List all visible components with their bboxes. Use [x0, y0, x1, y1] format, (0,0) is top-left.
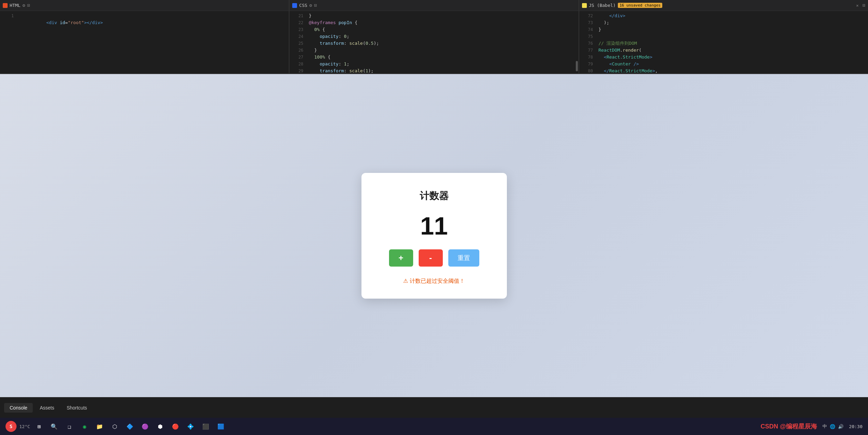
app8-icon[interactable]: 🟦: [215, 420, 227, 433]
js-tab-bar: JS (Babel) 16 unsaved changes ✕ ⊡: [579, 0, 868, 11]
ime-icon[interactable]: 中: [823, 423, 827, 429]
code-line: 29 transform: scale(1);: [289, 68, 578, 73]
code-line: 22 @keyframes popIn {: [289, 19, 578, 26]
taskbar-time-display: 20:30: [849, 424, 862, 429]
counter-value: 11: [420, 214, 448, 238]
editor-area: HTML ⚙ ⊡ 1 <div id="root"></div> CSS ⚙ ⊡…: [0, 0, 868, 74]
search-taskbar-icon[interactable]: 🔍: [48, 420, 60, 433]
css-tab-icon: [292, 3, 297, 8]
taskbar-time: 20:30: [849, 424, 862, 429]
css-editor-content: 21 } 22 @keyframes popIn { 23 0% { 24 op…: [289, 11, 578, 73]
taskbar-right: CSDN @编程星辰海 中 🌐 🔊 20:30: [760, 422, 862, 431]
css-tab-bar: CSS ⚙ ⊡: [289, 0, 578, 11]
counter-title: 计数器: [420, 189, 449, 203]
increment-button[interactable]: +: [389, 249, 413, 267]
html-tab-label: HTML: [10, 3, 20, 8]
wifi-icon[interactable]: 🌐: [830, 424, 835, 429]
css-tab-label: CSS: [299, 3, 307, 8]
taskbar-sys-icons: 中 🌐 🔊: [823, 423, 844, 429]
js-pane: JS (Babel) 16 unsaved changes ✕ ⊡ 72 </d…: [579, 0, 868, 73]
folder-icon[interactable]: 📁: [93, 420, 106, 433]
app4-icon[interactable]: ⬢: [154, 420, 166, 433]
app1-icon[interactable]: ⬡: [109, 420, 121, 433]
css-gear-icon[interactable]: ⚙: [309, 3, 312, 8]
html-tab-bar: HTML ⚙ ⊡: [0, 0, 289, 11]
js-close-button[interactable]: ✕: [854, 2, 860, 9]
code-line: 1 <div id="root"></div>: [0, 12, 289, 33]
edge-icon[interactable]: ◉: [78, 420, 91, 433]
taskbar-brand: CSDN @编程星辰海: [760, 422, 817, 431]
decrement-button[interactable]: -: [419, 249, 443, 267]
code-line: 21 }: [289, 12, 578, 19]
app6-icon[interactable]: 💠: [184, 420, 197, 433]
counter-warning: ⚠ 计数已超过安全阈值！: [403, 278, 464, 285]
code-line: 75: [579, 33, 868, 40]
taskbar-weather: 12°C: [19, 424, 30, 429]
code-line: 26 }: [289, 47, 578, 54]
js-tab-icon: [582, 3, 587, 8]
js-editor-content: 72 </div> 73 ); 74 } 75 76 // 渲染组件到DOM 7…: [579, 11, 868, 73]
preview-area: 计数器 11 + - 重置 ⚠ 计数已超过安全阈值！: [0, 74, 868, 397]
code-line: 23 0% {: [289, 26, 578, 33]
js-tab-label: JS (Babel): [589, 3, 616, 8]
code-line: 73 );: [579, 19, 868, 26]
scrollbar-indicator[interactable]: [576, 61, 578, 71]
app2-icon[interactable]: 🔷: [124, 420, 136, 433]
html-tab-icon: [3, 3, 8, 8]
code-line: 76 // 渲染组件到DOM: [579, 40, 868, 47]
app3-icon[interactable]: 🟣: [139, 420, 151, 433]
sound-icon[interactable]: 🔊: [838, 424, 844, 429]
shortcuts-tab[interactable]: Shortcuts: [61, 403, 92, 413]
code-line: 72 </div>: [579, 12, 868, 19]
reset-button[interactable]: 重置: [448, 249, 479, 267]
code-line: 79 <Counter />: [579, 61, 868, 68]
html-split-icon[interactable]: ⊡: [27, 3, 30, 8]
start-button[interactable]: ⊞: [33, 420, 45, 433]
html-pane: HTML ⚙ ⊡ 1 <div id="root"></div>: [0, 0, 289, 73]
taskbar-avatar[interactable]: S: [6, 421, 17, 432]
code-line: 27 100% {: [289, 54, 578, 61]
code-line: 78 <React.StrictMode>: [579, 54, 868, 61]
taskview-icon[interactable]: ❑: [63, 420, 75, 433]
code-line: 77 ReactDOM.render(: [579, 47, 868, 54]
css-pane: CSS ⚙ ⊡ 21 } 22 @keyframes popIn { 23 0%…: [289, 0, 579, 73]
code-line: 25 transform: scale(0.5);: [289, 40, 578, 47]
assets-tab[interactable]: Assets: [34, 403, 60, 413]
app5-icon[interactable]: 🔴: [169, 420, 182, 433]
console-tab[interactable]: Console: [4, 403, 33, 413]
js-split-icon[interactable]: ⊡: [862, 3, 865, 8]
bottom-panel: Console Assets Shortcuts: [0, 397, 868, 418]
counter-card: 计数器 11 + - 重置 ⚠ 计数已超过安全阈值！: [361, 173, 507, 299]
code-line: 74 }: [579, 26, 868, 33]
app7-icon[interactable]: ⬛: [200, 420, 212, 433]
counter-buttons: + - 重置: [389, 249, 479, 267]
html-gear-icon[interactable]: ⚙: [22, 3, 25, 8]
taskbar: S 12°C ⊞ 🔍 ❑ ◉ 📁 ⬡ 🔷 🟣 ⬢ 🔴 💠 ⬛ 🟦 CSDN @编…: [0, 418, 868, 435]
html-editor-content: 1 <div id="root"></div>: [0, 11, 289, 73]
code-line: 80 </React.StrictMode>,: [579, 68, 868, 73]
code-line: 24 opacity: 0;: [289, 33, 578, 40]
js-unsaved-badge: 16 unsaved changes: [618, 3, 662, 8]
code-line: 28 opacity: 1;: [289, 61, 578, 68]
css-split-icon[interactable]: ⊡: [314, 3, 317, 8]
